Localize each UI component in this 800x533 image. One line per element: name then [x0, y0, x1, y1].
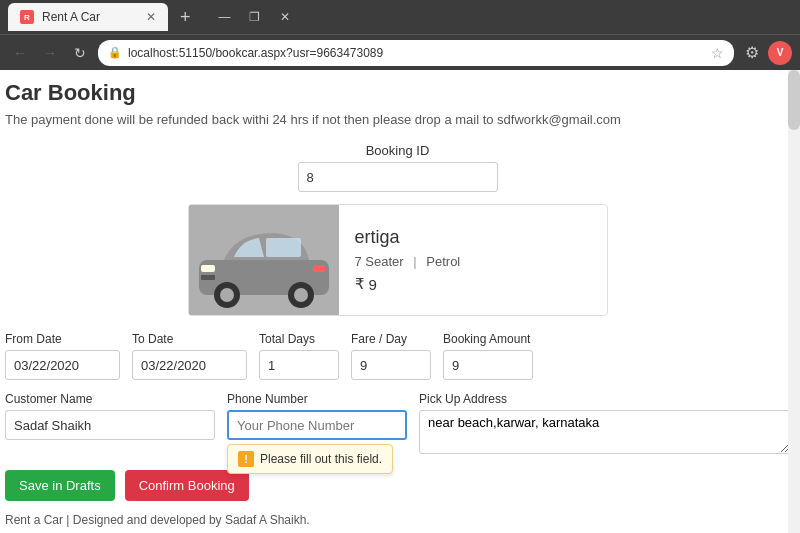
booking-id-label: Booking ID	[366, 143, 430, 158]
car-specs: 7 Seater | Petrol	[355, 254, 461, 269]
to-date-input[interactable]	[132, 350, 247, 380]
total-days-input[interactable]	[259, 350, 339, 380]
browser-tab-bar: R Rent A Car ✕ + — ❐ ✕	[0, 0, 800, 34]
booking-amount-label: Booking Amount	[443, 332, 533, 346]
customer-name-input[interactable]	[5, 410, 215, 440]
scrollbar-thumb[interactable]	[788, 70, 800, 130]
car-card: ertiga 7 Seater | Petrol ₹ 9	[188, 204, 608, 316]
page-title: Car Booking	[5, 80, 790, 106]
fare-day-label: Fare / Day	[351, 332, 431, 346]
customer-name-field: Customer Name	[5, 392, 215, 440]
phone-input[interactable]	[227, 410, 407, 440]
browser-right-controls: ⚙ V	[740, 41, 792, 65]
svg-point-4	[220, 288, 234, 302]
phone-field: Phone Number ! Please fill out this fiel…	[227, 392, 407, 440]
tab-favicon: R	[20, 10, 34, 24]
phone-label: Phone Number	[227, 392, 407, 406]
tab-title: Rent A Car	[42, 10, 100, 24]
tooltip-icon: !	[238, 451, 254, 467]
from-date-label: From Date	[5, 332, 120, 346]
from-date-input[interactable]	[5, 350, 120, 380]
profile-avatar[interactable]: V	[768, 41, 792, 65]
car-name: ertiga	[355, 227, 461, 248]
booking-id-input[interactable]	[298, 162, 498, 192]
customer-name-label: Customer Name	[5, 392, 215, 406]
from-date-field: From Date	[5, 332, 120, 380]
customer-row: Customer Name Phone Number ! Please fill…	[5, 392, 790, 454]
car-info: ertiga 7 Seater | Petrol ₹ 9	[339, 205, 477, 315]
total-days-label: Total Days	[259, 332, 339, 346]
fare-day-field: Fare / Day	[351, 332, 431, 380]
extensions-button[interactable]: ⚙	[740, 41, 764, 65]
booking-amount-input[interactable]	[443, 350, 533, 380]
confirm-booking-button[interactable]: Confirm Booking	[125, 470, 249, 501]
total-days-field: Total Days	[259, 332, 339, 380]
car-price: ₹ 9	[355, 275, 461, 293]
price-symbol: ₹	[355, 275, 365, 293]
pickup-field: Pick Up Address near beach,karwar, karna…	[419, 392, 790, 454]
page-content: Car Booking The payment done will be ref…	[0, 70, 800, 533]
svg-rect-7	[201, 265, 215, 272]
spec-separator: |	[413, 254, 416, 269]
pickup-label: Pick Up Address	[419, 392, 790, 406]
window-controls: — ❐ ✕	[211, 0, 299, 34]
svg-rect-9	[201, 275, 215, 280]
to-date-field: To Date	[132, 332, 247, 380]
scrollbar[interactable]	[788, 70, 800, 533]
action-row: Save in Drafts Confirm Booking	[5, 470, 790, 509]
price-value: 9	[369, 276, 377, 293]
pickup-input[interactable]: near beach,karwar, karnataka	[419, 410, 790, 454]
browser-chrome: R Rent A Car ✕ + — ❐ ✕ ← → ↻ 🔒 localhost…	[0, 0, 800, 70]
lock-icon: 🔒	[108, 46, 122, 59]
to-date-label: To Date	[132, 332, 247, 346]
svg-point-6	[294, 288, 308, 302]
refund-notice: The payment done will be refunded back w…	[5, 112, 790, 127]
bookmark-icon[interactable]: ☆	[711, 45, 724, 61]
restore-button[interactable]: ❐	[241, 0, 269, 34]
booking-id-section: Booking ID	[5, 143, 790, 192]
refresh-button[interactable]: ↻	[68, 41, 92, 65]
save-drafts-button[interactable]: Save in Drafts	[5, 470, 115, 501]
svg-rect-2	[266, 238, 301, 257]
fare-day-input[interactable]	[351, 350, 431, 380]
car-image	[189, 205, 339, 315]
svg-rect-8	[313, 265, 325, 272]
close-button[interactable]: ✕	[271, 0, 299, 34]
phone-wrapper: ! Please fill out this field.	[227, 410, 407, 440]
tooltip-message: Please fill out this field.	[260, 452, 382, 466]
browser-toolbar: ← → ↻ 🔒 localhost:51150/bookcar.aspx?usr…	[0, 34, 800, 70]
tab-close-button[interactable]: ✕	[146, 10, 156, 24]
dates-row: From Date To Date Total Days Fare / Day …	[5, 332, 790, 380]
footer-r: R	[5, 513, 14, 527]
address-bar[interactable]: 🔒 localhost:51150/bookcar.aspx?usr=96634…	[98, 40, 734, 66]
minimize-button[interactable]: —	[211, 0, 239, 34]
back-button[interactable]: ←	[8, 41, 32, 65]
booking-amount-field: Booking Amount	[443, 332, 533, 380]
car-seater: 7 Seater	[355, 254, 404, 269]
footer-text: ent a Car | Designed and developed by Sa…	[14, 513, 310, 527]
new-tab-button[interactable]: +	[172, 7, 199, 28]
active-tab[interactable]: R Rent A Car ✕	[8, 3, 168, 31]
footer: Rent a Car | Designed and developed by S…	[5, 513, 790, 527]
url-text: localhost:51150/bookcar.aspx?usr=9663473…	[128, 46, 705, 60]
forward-button[interactable]: →	[38, 41, 62, 65]
validation-tooltip: ! Please fill out this field.	[227, 444, 393, 474]
car-fuel: Petrol	[426, 254, 460, 269]
